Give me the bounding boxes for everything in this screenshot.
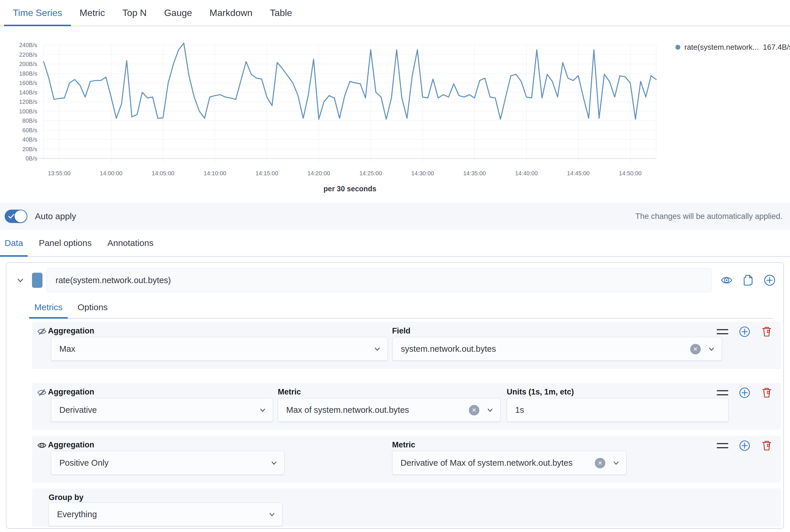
svg-text:120B/s: 120B/s xyxy=(19,98,37,105)
legend-series-name: rate(system.network... xyxy=(684,43,759,52)
svg-text:160B/s: 160B/s xyxy=(19,80,37,86)
svg-text:14:30:00: 14:30:00 xyxy=(411,170,434,176)
svg-text:100B/s: 100B/s xyxy=(19,108,37,115)
legend-series-dot xyxy=(675,45,680,50)
auto-apply-toggle[interactable] xyxy=(5,210,27,223)
series-color-swatch[interactable] xyxy=(32,273,42,288)
clear-metric-button[interactable]: ✕ xyxy=(469,405,479,415)
svg-text:14:00:00: 14:00:00 xyxy=(100,170,123,176)
svg-text:14:10:00: 14:10:00 xyxy=(204,170,226,176)
group-by-label: Group by xyxy=(49,493,84,502)
metric-hidden-toggle[interactable] xyxy=(37,326,47,336)
series-actions xyxy=(720,274,776,286)
aggregation-select[interactable]: Positive Only xyxy=(51,451,284,475)
svg-text:14:50:00: 14:50:00 xyxy=(619,170,642,176)
delete-metric-button[interactable] xyxy=(761,387,773,399)
aggregation-select[interactable]: Max xyxy=(51,337,388,361)
tab-gauge[interactable]: Gauge xyxy=(155,0,201,25)
aggregation-value: Max xyxy=(59,344,75,354)
tab-annotations[interactable]: Annotations xyxy=(103,230,158,256)
copy-icon xyxy=(742,274,754,286)
aggregation-value: Positive Only xyxy=(59,458,109,468)
add-metric-button[interactable] xyxy=(739,326,750,338)
tab-markdown[interactable]: Markdown xyxy=(201,0,261,25)
eye-slash-icon xyxy=(37,326,47,336)
metric-row-actions xyxy=(717,387,773,399)
add-metric-button[interactable] xyxy=(739,387,750,399)
clear-metric-button[interactable]: ✕ xyxy=(595,458,605,468)
drag-handle[interactable] xyxy=(717,390,728,395)
tab-top-n[interactable]: Top N xyxy=(114,0,155,25)
auto-apply-label: Auto apply xyxy=(35,211,76,221)
units-label: Units (1s, 1m, etc) xyxy=(507,387,574,397)
tab-panel-options[interactable]: Panel options xyxy=(34,230,96,256)
tab-metric[interactable]: Metric xyxy=(71,0,114,25)
aggregation-label: Aggregation xyxy=(48,387,94,397)
field-select[interactable]: system.network.out.bytes ✕ xyxy=(392,337,722,361)
metric-row-actions xyxy=(717,440,773,452)
collapse-series-button[interactable] xyxy=(15,275,25,285)
drag-handle[interactable] xyxy=(717,443,728,448)
chevron-down-icon xyxy=(486,406,495,415)
chevron-down-icon xyxy=(612,459,621,468)
chevron-down-icon xyxy=(270,459,278,468)
svg-text:60B/s: 60B/s xyxy=(22,127,37,133)
metric-row-actions xyxy=(717,326,773,338)
svg-text:13:55:00: 13:55:00 xyxy=(48,170,71,176)
series-panel: Metrics Options Aggregation Max Field sy… xyxy=(6,262,784,529)
eye-slash-icon xyxy=(37,387,47,397)
plus-circle-icon xyxy=(739,387,750,399)
svg-text:140B/s: 140B/s xyxy=(19,89,37,96)
tab-time-series[interactable]: Time Series xyxy=(4,0,71,25)
legend-series-value: 167.4B/s xyxy=(763,43,790,52)
add-metric-button[interactable] xyxy=(739,440,750,452)
time-series-chart: 0B/s20B/s40B/s60B/s80B/s100B/s120B/s140B… xyxy=(0,26,790,203)
svg-text:20B/s: 20B/s xyxy=(22,146,37,152)
metric-select[interactable]: Max of system.network.out.bytes ✕ xyxy=(278,398,501,422)
metric-select[interactable]: Derivative of Max of system.network.out.… xyxy=(392,451,626,475)
aggregation-label: Aggregation xyxy=(48,326,94,336)
aggregation-select[interactable]: Derivative xyxy=(51,398,273,422)
metric-visible-toggle[interactable] xyxy=(37,440,47,450)
metric-value: Derivative of Max of system.network.out.… xyxy=(401,458,573,468)
group-by-select[interactable]: Everything xyxy=(49,502,282,526)
clear-field-button[interactable]: ✕ xyxy=(690,344,701,354)
check-icon xyxy=(8,213,15,220)
svg-text:220B/s: 220B/s xyxy=(19,52,37,58)
svg-text:14:15:00: 14:15:00 xyxy=(256,170,278,176)
metric-hidden-toggle[interactable] xyxy=(37,387,47,397)
aggregation-label: Aggregation xyxy=(48,440,94,450)
tab-metrics[interactable]: Metrics xyxy=(29,302,68,318)
delete-metric-button[interactable] xyxy=(761,440,773,452)
chevron-down-icon xyxy=(268,510,276,519)
tab-table[interactable]: Table xyxy=(261,0,301,25)
tab-options[interactable]: Options xyxy=(72,302,113,318)
series-config-tabs: Metrics Options xyxy=(29,302,773,319)
x-axis-unit-label: per 30 seconds xyxy=(44,185,656,193)
svg-text:240B/s: 240B/s xyxy=(19,42,37,48)
delete-metric-button[interactable] xyxy=(761,326,773,338)
field-value: system.network.out.bytes xyxy=(401,344,496,354)
group-by-value: Everything xyxy=(57,510,97,519)
svg-text:0B/s: 0B/s xyxy=(25,155,37,162)
drag-handle[interactable] xyxy=(717,329,728,334)
chart-legend-item[interactable]: rate(system.network... 167.4B/s xyxy=(675,43,790,52)
tab-data[interactable]: Data xyxy=(0,230,27,256)
trash-icon xyxy=(761,440,773,452)
chevron-down-icon xyxy=(707,345,716,354)
series-label-input[interactable] xyxy=(47,268,712,292)
visualization-type-tabs: Time Series Metric Top N Gauge Markdown … xyxy=(0,0,790,26)
svg-text:14:05:00: 14:05:00 xyxy=(152,170,174,176)
svg-text:14:35:00: 14:35:00 xyxy=(463,170,486,176)
chart-canvas: 0B/s20B/s40B/s60B/s80B/s100B/s120B/s140B… xyxy=(0,26,790,203)
metric-label: Metric xyxy=(392,440,415,450)
eye-icon xyxy=(37,440,47,450)
units-input[interactable] xyxy=(507,398,729,422)
clone-series-button[interactable] xyxy=(742,274,754,286)
group-by-section: Group by Everything xyxy=(32,488,781,527)
toggle-series-visibility-button[interactable] xyxy=(720,274,733,286)
metric-value: Max of system.network.out.bytes xyxy=(286,405,409,415)
svg-text:14:20:00: 14:20:00 xyxy=(308,170,330,176)
add-series-button[interactable] xyxy=(764,274,776,286)
series-header-row xyxy=(6,266,783,294)
